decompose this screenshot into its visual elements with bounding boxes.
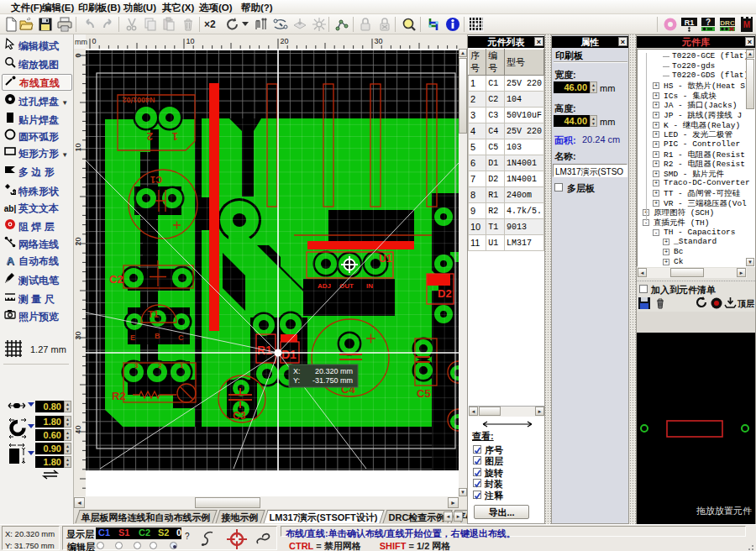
svg-text:ADJ: ADJ xyxy=(318,282,331,290)
svg-text:D2: D2 xyxy=(438,287,452,300)
svg-text:1: 1 xyxy=(180,362,184,370)
svg-text:C1: C1 xyxy=(150,175,162,185)
svg-text:?: ? xyxy=(706,18,711,27)
svg-text:-31.750 mm: -31.750 mm xyxy=(312,376,353,385)
svg-text:X:: X: xyxy=(293,367,301,375)
svg-text:IN: IN xyxy=(366,282,373,290)
svg-text:0: 0 xyxy=(92,37,97,45)
svg-text:C5: C5 xyxy=(417,387,431,400)
svg-text:Y:: Y: xyxy=(293,376,300,385)
svg-text:C3: C3 xyxy=(233,410,246,422)
svg-text:20: 20 xyxy=(74,237,82,245)
svg-text:10: 10 xyxy=(186,37,195,45)
svg-text:30: 30 xyxy=(74,331,82,339)
svg-text:40: 40 xyxy=(74,425,82,433)
svg-text:20: 20 xyxy=(281,37,289,45)
svg-text:T1: T1 xyxy=(148,309,159,319)
svg-text:2: 2 xyxy=(158,362,162,370)
svg-text:R1: R1 xyxy=(685,18,695,27)
svg-text:R2: R2 xyxy=(112,390,126,402)
svg-text:D1: D1 xyxy=(281,348,297,361)
svg-text:E: E xyxy=(130,333,135,342)
svg-text:M: M xyxy=(743,20,750,29)
svg-text:C2: C2 xyxy=(109,273,123,286)
svg-text:3: 3 xyxy=(134,362,139,370)
svg-text:1: 1 xyxy=(172,130,178,143)
svg-text:拖放放置元件: 拖放放置元件 xyxy=(696,506,752,516)
svg-text:10: 10 xyxy=(74,143,82,151)
svg-text:B: B xyxy=(155,332,160,340)
svg-text:U1: U1 xyxy=(379,253,392,265)
svg-text:DRC: DRC xyxy=(720,19,735,27)
svg-text:30: 30 xyxy=(375,37,383,45)
svg-text:C: C xyxy=(178,333,184,342)
svg-text:20.320 mm: 20.320 mm xyxy=(315,367,353,375)
svg-text:2: 2 xyxy=(147,130,153,143)
svg-text:N4001/02: N4001/02 xyxy=(122,96,155,104)
svg-text:0: 0 xyxy=(74,53,82,57)
